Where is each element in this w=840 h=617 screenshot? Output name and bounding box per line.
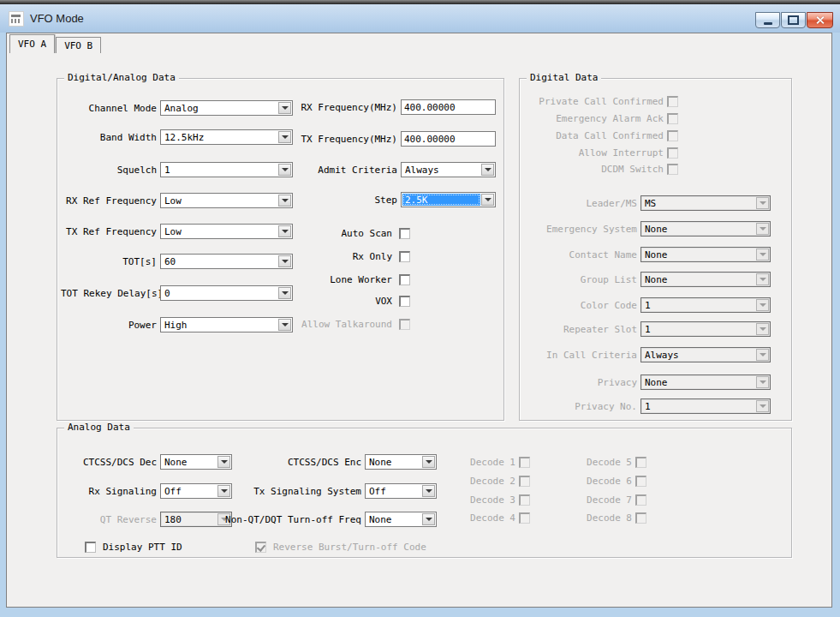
emergency-alarm-ack-checkbox: [667, 113, 678, 124]
in-call-criteria-combo: Always: [640, 347, 771, 362]
tab-vfo-b[interactable]: VFO B: [56, 37, 101, 53]
allow-talkaround-checkbox: [399, 319, 410, 330]
dropdown-arrow-icon[interactable]: [481, 164, 494, 176]
group-digital-analog-data: Digital/Analog Data Channel Mode Analog …: [57, 78, 504, 421]
field-dcdm-switch: DCDM Switch: [528, 163, 678, 175]
close-button[interactable]: [807, 12, 833, 28]
combo-value: None: [642, 376, 755, 388]
decode-7-checkbox: [635, 494, 646, 506]
field-label: TOT[s]: [61, 256, 160, 267]
combo-value: None: [366, 513, 421, 525]
field-label: Decode 2: [451, 476, 519, 487]
field-label: Contact Name: [527, 249, 640, 261]
vfo-mode-window: VFO Mode VFO A VFO B Digital/Analog Data…: [0, 0, 840, 617]
field-label: Privacy No.: [527, 401, 640, 412]
field-label: Rx Only: [211, 251, 396, 262]
field-tx-signaling-system: Tx Signaling System Off: [203, 483, 437, 499]
field-emergency-system: Emergency System None: [527, 221, 771, 237]
auto-scan-checkbox[interactable]: [399, 228, 410, 239]
field-decode-2: Decode 2: [451, 475, 530, 487]
field-decode-6: Decode 6: [568, 475, 646, 487]
field-label: Leader/MS: [527, 198, 640, 209]
decode-2-checkbox: [519, 476, 530, 487]
combo-value: None: [642, 273, 755, 285]
decode-5-checkbox: [635, 457, 646, 468]
dropdown-arrow-icon: [756, 223, 769, 235]
dcdm-switch-checkbox: [667, 164, 678, 175]
dropdown-arrow-icon[interactable]: [422, 456, 435, 468]
field-decode-4: Decode 4: [451, 512, 530, 524]
ctcss-dcs-enc-combo[interactable]: None: [365, 454, 437, 470]
dropdown-arrow-icon[interactable]: [422, 513, 435, 525]
minimize-icon: [764, 22, 772, 25]
titlebar[interactable]: VFO Mode: [0, 4, 840, 33]
field-label: CTCSS/DCS Dec: [61, 457, 160, 468]
tab-vfo-a[interactable]: VFO A: [9, 34, 55, 53]
window-controls: [755, 12, 833, 28]
combo-value: Always: [402, 164, 480, 176]
decode-8-checkbox: [635, 512, 646, 524]
field-allow-interrupt: Allow Interrupt: [528, 147, 678, 159]
tab-vfo-a-label: VFO A: [18, 39, 46, 50]
field-label: Channel Mode: [61, 103, 160, 114]
field-label: Auto Scan: [211, 228, 396, 239]
decode-4-checkbox: [519, 512, 530, 524]
vox-checkbox[interactable]: [399, 296, 410, 307]
field-in-call-criteria: In Call Criteria Always: [527, 347, 771, 362]
rx-frequency-input[interactable]: [401, 99, 496, 115]
field-label: Rx Signaling: [61, 486, 160, 497]
dropdown-arrow-icon[interactable]: [422, 485, 435, 497]
rx-only-checkbox[interactable]: [399, 251, 410, 262]
non-qt-dqt-turn-off-freq-combo[interactable]: None: [365, 512, 437, 527]
field-reverse-burst: Reverse Burst/Turn-off Code: [255, 541, 430, 553]
dropdown-arrow-icon[interactable]: [481, 194, 494, 206]
field-auto-scan: Auto Scan: [211, 227, 410, 239]
field-label: RX Frequency(MHz): [211, 102, 401, 113]
field-label: Decode 4: [451, 512, 519, 524]
dropdown-arrow-icon: [756, 299, 769, 311]
field-label: Allow Talkaround: [211, 319, 396, 330]
field-label: Decode 7: [568, 494, 635, 506]
field-privacy-no: Privacy No. 1: [527, 398, 771, 414]
field-label: DCDM Switch: [528, 164, 667, 175]
field-ctcss-dcs-enc: CTCSS/DCS Enc None: [203, 454, 437, 470]
field-privacy: Privacy None: [527, 374, 771, 390]
dropdown-arrow-icon: [756, 273, 769, 285]
field-vox: VOX: [211, 295, 410, 307]
combo-value: Off: [366, 485, 421, 497]
field-data-call-confirmed: Data Call Confirmed: [528, 129, 678, 141]
minimize-button[interactable]: [755, 12, 780, 28]
field-label: Reverse Burst/Turn-off Code: [273, 542, 430, 553]
field-label: Private Call Confirmed: [528, 96, 667, 107]
lone-worker-checkbox[interactable]: [399, 274, 410, 285]
admit-criteria-combo[interactable]: Always: [401, 162, 496, 177]
dropdown-arrow-icon: [756, 376, 769, 388]
maximize-button[interactable]: [781, 12, 806, 28]
field-label: CTCSS/DCS Enc: [203, 457, 365, 468]
field-label: Decode 3: [451, 494, 519, 506]
field-lone-worker: Lone Worker: [211, 273, 410, 285]
data-call-confirmed-checkbox: [667, 130, 678, 141]
field-label: Repeater Slot: [527, 324, 640, 335]
tx-frequency-input[interactable]: [401, 131, 496, 147]
field-decode-3: Decode 3: [451, 494, 530, 506]
field-decode-1: Decode 1: [451, 456, 530, 468]
dropdown-arrow-icon: [756, 349, 769, 361]
field-tx-frequency: TX Frequency(MHz): [211, 131, 496, 147]
contact-name-combo: None: [640, 247, 771, 262]
private-call-confirmed-checkbox: [667, 96, 678, 107]
combo-value: None: [642, 223, 755, 235]
dropdown-arrow-icon: [756, 400, 769, 412]
field-group-list: Group List None: [527, 272, 771, 287]
reverse-burst-checkbox: [255, 542, 266, 553]
tx-signaling-system-combo[interactable]: Off: [365, 483, 437, 499]
step-combo[interactable]: 2.5K: [401, 192, 496, 207]
field-label: Squelch: [61, 165, 160, 176]
field-label: Data Call Confirmed: [528, 130, 667, 141]
combo-value: MS: [642, 197, 755, 209]
dropdown-arrow-icon: [756, 249, 769, 261]
field-label: Emergency Alarm Ack: [528, 113, 667, 124]
display-ptt-id-checkbox[interactable]: [85, 542, 96, 553]
combo-value: 2.5K: [402, 194, 480, 206]
field-label: Tx Signaling System: [203, 486, 365, 497]
